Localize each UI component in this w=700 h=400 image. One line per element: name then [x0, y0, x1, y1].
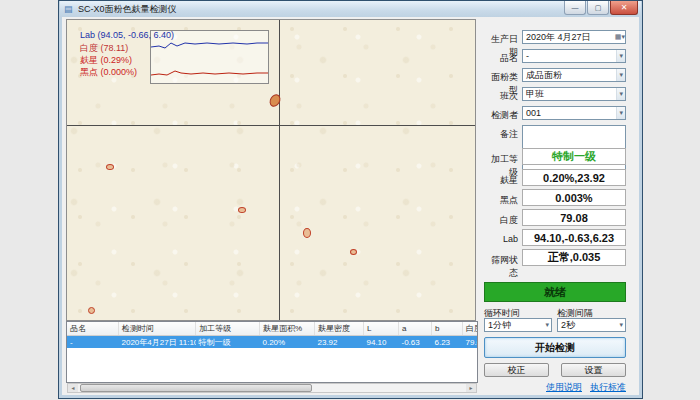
results-table: 品名检测时间加工等级麸星面积%麸星密度Lab白度黑点面积% -2020年4月27… [67, 322, 478, 348]
settings-button[interactable]: 设置 [561, 363, 626, 377]
inspector-value: 001 [526, 108, 541, 118]
calibrate-button[interactable]: 校正 [484, 363, 549, 377]
grade-value: 特制一级 [522, 148, 626, 165]
remarks-label: 备注 [484, 128, 518, 141]
flour-type-combo[interactable]: 成品面粉 ▾ [522, 68, 626, 82]
shift-combo[interactable]: 甲班 ▾ [522, 87, 626, 101]
maximize-button[interactable]: ▢ [587, 1, 609, 15]
table-row[interactable]: -2020年4月27日 11:10特制一级0.20%23.9294.10-0.6… [67, 336, 478, 349]
footer-links: 使用说明 执行标准 [484, 381, 626, 394]
minimize-icon: — [572, 4, 579, 11]
interval-combo[interactable]: 2秒 ▾ [557, 318, 626, 332]
scrollbar-track[interactable] [312, 384, 466, 392]
shift-value: 甲班 [526, 88, 544, 101]
interval-value: 2秒 [561, 319, 575, 332]
standard-link[interactable]: 执行标准 [590, 381, 626, 394]
chevron-down-icon[interactable]: ▾ [616, 107, 625, 119]
lab-value: 94.10,-0.63,6.23 [522, 229, 626, 246]
table-cell: 2020年4月27日 11:10 [119, 336, 196, 349]
bran-speck-marker [267, 92, 282, 108]
bran-value: 0.20%,23.92 [522, 169, 626, 186]
overlay-blackspot-reading: 黑点 (0.000%) [80, 66, 137, 79]
column-header[interactable]: a [399, 322, 432, 336]
shift-label: 班次 [484, 90, 518, 103]
maximize-icon: ▢ [595, 4, 602, 12]
bran-speck-marker [106, 164, 114, 170]
close-icon: ✕ [621, 3, 628, 12]
product-name-label: 品名 [484, 52, 518, 65]
bran-speck-marker [303, 228, 311, 238]
table-cell: - [67, 336, 119, 349]
scrollbar-thumb[interactable] [80, 384, 312, 392]
chevron-down-icon[interactable]: ▾ [616, 88, 625, 100]
inspector-label: 检测者 [484, 109, 518, 122]
window-controls: — ▢ ✕ [563, 1, 638, 15]
column-header[interactable]: 麸星密度 [315, 322, 364, 336]
bran-trend-line [151, 71, 268, 75]
start-detection-button[interactable]: 开始检测 [484, 337, 626, 358]
crosshair-horizontal-line [67, 125, 475, 126]
column-header[interactable]: 品名 [67, 322, 119, 336]
app-window: ▤ SC-X0面粉色麸量检测仪 — ▢ ✕ Lab (94.05, -0.66,… [58, 0, 643, 399]
title-bar[interactable]: ▤ SC-X0面粉色麸量检测仪 [60, 1, 641, 17]
table-cell: 6.23 [432, 336, 463, 349]
chevron-down-icon[interactable]: ▾ [616, 69, 625, 81]
production-date-picker[interactable]: 2020年 4月27日 ▦▾ [522, 30, 626, 44]
lab-label: Lab [484, 234, 518, 244]
flour-type-value: 成品面粉 [526, 69, 562, 82]
status-badge: 就绪 [484, 282, 626, 302]
whiteness-value: 79.08 [522, 209, 626, 226]
table-cell: 0.20% [260, 336, 315, 349]
bran-speck-marker [88, 307, 95, 314]
table-cell: 79.08 [463, 336, 479, 349]
table-cell: 94.10 [364, 336, 399, 349]
column-header[interactable]: L [364, 322, 399, 336]
calendar-icon[interactable]: ▦▾ [615, 33, 625, 41]
table-cell: 23.92 [315, 336, 364, 349]
close-button[interactable]: ✕ [610, 1, 638, 15]
bran-speck-marker [350, 249, 357, 255]
column-header[interactable]: 麸星面积% [260, 322, 315, 336]
bran-speck-marker [238, 207, 246, 213]
lab-trend-line [151, 43, 268, 48]
scroll-right-icon[interactable]: ► [466, 384, 476, 392]
column-header[interactable]: 白度 [463, 322, 479, 336]
blackspot-value: 0.003% [522, 189, 626, 206]
column-header[interactable]: 加工等级 [196, 322, 260, 336]
table-cell: -0.63 [399, 336, 432, 349]
table-horizontal-scrollbar[interactable]: ◄ ► [67, 383, 477, 393]
minimize-button[interactable]: — [564, 1, 586, 15]
bran-label: 麸星 [484, 174, 518, 187]
inspector-combo[interactable]: 001 ▾ [522, 106, 626, 120]
column-header[interactable]: b [432, 322, 463, 336]
blackspot-label: 黑点 [484, 194, 518, 207]
chevron-down-icon[interactable]: ▾ [616, 50, 625, 62]
chevron-down-icon[interactable]: ▾ [617, 321, 625, 329]
sieve-state-label: 筛网状态 [484, 254, 518, 280]
product-name-value: - [526, 51, 529, 61]
product-name-combo[interactable]: - ▾ [522, 49, 626, 63]
window-title: SC-X0面粉色麸量检测仪 [78, 3, 177, 16]
scroll-left-icon[interactable]: ◄ [68, 384, 78, 392]
table-cell: 特制一级 [196, 336, 260, 349]
sieve-state-value: 正常,0.035 [522, 249, 626, 266]
overlay-lab-reading: Lab (94.05, -0.66, 6.40) [80, 30, 174, 40]
cycle-time-combo[interactable]: 1分钟 ▾ [484, 318, 552, 332]
crosshair-vertical-line [279, 20, 280, 320]
whiteness-label: 白度 [484, 214, 518, 227]
cycle-time-value: 1分钟 [488, 319, 511, 332]
desktop: ▤ SC-X0面粉色麸量检测仪 — ▢ ✕ Lab (94.05, -0.66,… [0, 0, 700, 400]
manual-link[interactable]: 使用说明 [546, 381, 582, 394]
app-icon: ▤ [64, 4, 74, 14]
column-header[interactable]: 检测时间 [119, 322, 196, 336]
table-header-row: 品名检测时间加工等级麸星面积%麸星密度Lab白度黑点面积% [67, 322, 478, 336]
chevron-down-icon[interactable]: ▾ [543, 321, 551, 329]
production-date-value: 2020年 4月27日 [526, 31, 591, 44]
camera-image-view: Lab (94.05, -0.66, 6.40) 白度 (78.11) 麸星 (… [66, 19, 476, 321]
history-table-container: 品名检测时间加工等级麸星面积%麸星密度Lab白度黑点面积% -2020年4月27… [66, 321, 478, 383]
